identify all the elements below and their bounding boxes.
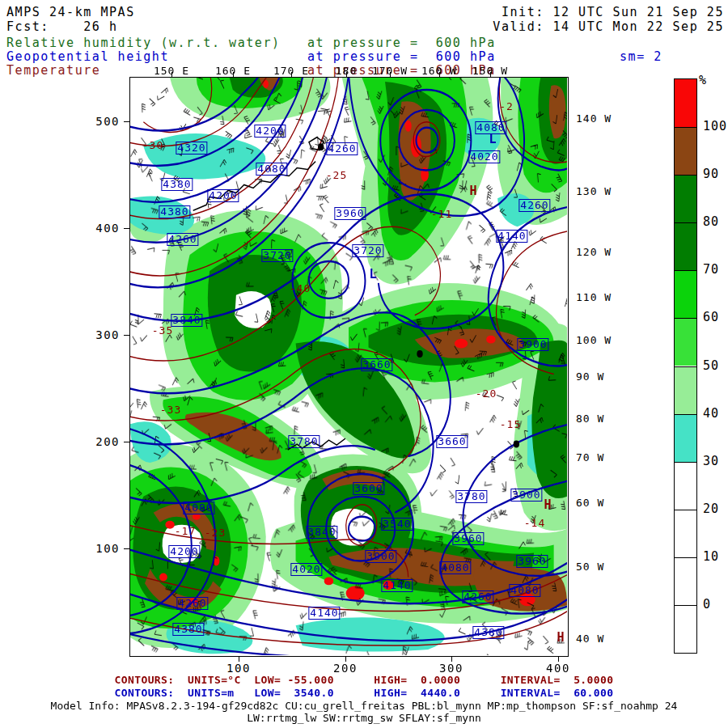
height-contour-label: 4380 — [161, 178, 193, 191]
axis-label-longitude-right: 50 W — [576, 561, 604, 573]
axis-label-longitude-right: 120 W — [576, 246, 612, 258]
colorbar-segment — [675, 462, 696, 510]
forecast-hour: Fcst: 26 h — [6, 19, 118, 34]
temperature-contour-label: -25 — [326, 169, 347, 181]
height-contour-label: 3720 — [261, 249, 293, 262]
axis-tick-top — [390, 72, 391, 77]
axis-label-longitude-right: 60 W — [576, 497, 604, 509]
axis-tick-bottom — [451, 657, 452, 662]
axis-tick-top — [439, 72, 440, 77]
colorbar-segment — [675, 127, 696, 175]
height-contour-label: 4380 — [159, 205, 190, 218]
pressure-center-H: H — [557, 630, 564, 645]
axis-label-y: 200 — [84, 435, 120, 448]
height-contour-label: 3780 — [455, 490, 487, 503]
height-contour-label: 3720 — [352, 244, 383, 257]
axis-label-longitude-right: 110 W — [576, 291, 612, 303]
temperature-contour-label: -35 — [152, 324, 173, 336]
height-contour-label: 3840 — [171, 314, 202, 327]
colorbar-tick-label: 90 — [703, 167, 719, 181]
height-contour-label: 3900 — [365, 550, 396, 563]
height-contour-label: 4320 — [176, 142, 207, 154]
colorbar-tick — [675, 318, 696, 319]
pressure-center-L: L — [489, 132, 496, 146]
axis-tick-left — [124, 228, 129, 229]
height-contour-label: 3540 — [381, 518, 413, 531]
height-contour-legend: CONTOURS: UNITS=m LOW= 3540.0 HIGH= 4440… — [0, 687, 728, 699]
height-contour-label: 4080 — [439, 561, 471, 574]
colorbar-tick — [675, 366, 696, 367]
temperature-contour-label: -40 — [290, 282, 311, 294]
colorbar-tick-label: 50 — [703, 358, 719, 373]
height-contour-label: 4260 — [176, 597, 208, 610]
valid-time: Valid: 14 UTC Mon 22 Sep 25 — [493, 19, 724, 34]
axis-tick-top — [233, 72, 234, 77]
field-level-rh: at pressure = 600 hPa — [307, 36, 496, 50]
axis-tick-left — [124, 442, 129, 442]
height-contour-label: 4140 — [381, 579, 413, 592]
colorbar-tick-label: 70 — [703, 262, 719, 277]
height-contour-label: 4200 — [254, 125, 286, 138]
axis-tick-left — [124, 548, 129, 549]
axis-label-x: 400 — [546, 662, 570, 675]
colorbar-tick — [675, 270, 696, 271]
height-contour-label: 4140 — [308, 607, 340, 620]
smoothing-value: sm= 2 — [620, 49, 662, 64]
height-contour-label: 3900 — [510, 489, 542, 502]
axis-label-x: 200 — [333, 662, 358, 675]
height-contour-label: 4200 — [168, 545, 200, 558]
height-contour-label: 4080 — [509, 584, 540, 597]
pressure-center-L: L — [369, 267, 376, 281]
pressure-center-H: H — [469, 184, 476, 198]
height-contour-label: 4020 — [468, 150, 500, 163]
height-contour-label: 4080 — [183, 502, 214, 514]
colorbar-segment — [675, 557, 696, 605]
colorbar — [674, 78, 697, 654]
field-label-temp: Temperature — [6, 63, 100, 78]
temperature-contour-label: -17 — [175, 525, 196, 537]
axis-tick-bottom — [558, 657, 559, 662]
height-contour-label: 3840 — [306, 526, 337, 539]
axis-label-longitude-right: 130 W — [576, 185, 612, 197]
axis-label-longitude-right: 140 W — [576, 112, 612, 125]
temperature-contour-label: -14 — [524, 517, 545, 529]
colorbar-tick-label: 100 — [703, 119, 727, 133]
field-level-hgt: at pressure = 600 hPa — [307, 49, 496, 64]
temperature-contour-label: -33 — [160, 404, 181, 416]
colorbar-segment — [675, 270, 696, 318]
colorbar-tick — [675, 222, 696, 223]
colorbar-segment — [675, 605, 696, 653]
axis-label-longitude-right: 90 W — [576, 370, 604, 383]
axis-label-y: 500 — [84, 115, 120, 128]
axis-tick-top — [171, 72, 172, 77]
field-label-rh: Relative humidity (w.r.t. water) — [6, 36, 281, 50]
colorbar-segment — [675, 318, 696, 366]
colorbar-segment — [675, 510, 696, 557]
axis-label-longitude-right: 100 W — [576, 334, 612, 346]
map-panel: 4320420042604080438042004380396042603720… — [129, 77, 569, 657]
colorbar-segment — [675, 79, 696, 127]
pressure-center-H: H — [544, 497, 551, 512]
height-contour-label: 4260 — [326, 142, 358, 155]
model-title: AMPS 24-km MPAS — [6, 5, 135, 19]
axis-tick-bottom — [239, 657, 239, 662]
height-contour-label: 3960 — [334, 207, 366, 220]
temperature-contour-label: -2 — [499, 100, 514, 112]
height-contour-label: 4380 — [172, 623, 204, 636]
colorbar-tick-label: 10 — [703, 549, 719, 564]
field-label-hgt: Geopotential height — [6, 49, 169, 64]
init-time: Init: 12 UTC Sun 21 Sep 25 — [502, 5, 724, 19]
colorbar-tick-label: 80 — [703, 214, 719, 229]
temperature-contour-label: -15 — [500, 418, 521, 430]
height-contour-label: 4020 — [290, 563, 322, 576]
height-contour-label: 4380 — [472, 626, 504, 639]
height-contour-label: 4200 — [207, 189, 239, 202]
axis-tick-left — [124, 121, 129, 122]
colorbar-tick-label: 40 — [703, 406, 719, 421]
colorbar-tick-label: 0 — [703, 597, 711, 612]
axis-label-x: 100 — [226, 662, 251, 675]
axis-tick-top — [490, 72, 491, 77]
height-contour-label: 4260 — [518, 199, 550, 212]
colorbar-tick — [675, 175, 696, 176]
axis-label-longitude-right: 70 W — [576, 451, 604, 463]
